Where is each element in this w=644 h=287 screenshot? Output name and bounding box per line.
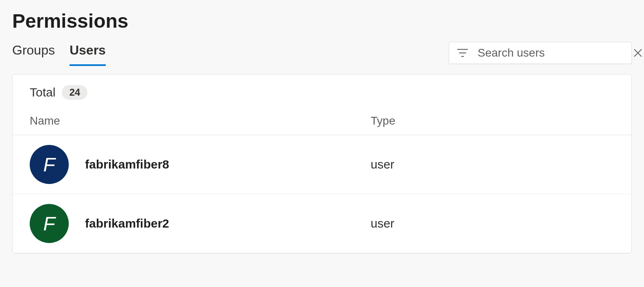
avatar: F [30,145,69,184]
total-label: Total [30,85,55,99]
column-header-name[interactable]: Name [30,114,371,127]
search-input[interactable] [478,46,623,59]
cell-name: F fabrikamfiber8 [30,145,371,184]
column-header-type[interactable]: Type [371,114,614,127]
total-count-badge: 24 [62,85,87,100]
table-header: Name Type [13,107,631,135]
filter-icon [457,48,468,57]
clear-search-icon[interactable] [633,48,643,58]
tab-users[interactable]: Users [70,39,106,66]
users-card: Total 24 Name Type F fabrikamfiber8 user… [12,74,632,254]
cell-name: F fabrikamfiber2 [30,204,371,243]
user-name: fabrikamfiber8 [85,158,169,171]
total-row: Total 24 [13,74,631,107]
avatar: F [30,204,69,243]
tabs: Groups Users [12,39,106,66]
table-row[interactable]: F fabrikamfiber2 user [13,194,631,253]
table-row[interactable]: F fabrikamfiber8 user [13,135,631,194]
header-row: Groups Users [12,39,632,66]
user-name: fabrikamfiber2 [85,217,169,230]
search-box [449,42,632,64]
page-title: Permissions [12,10,632,32]
cell-type: user [371,217,614,230]
cell-type: user [371,158,614,171]
tab-groups[interactable]: Groups [12,39,55,66]
